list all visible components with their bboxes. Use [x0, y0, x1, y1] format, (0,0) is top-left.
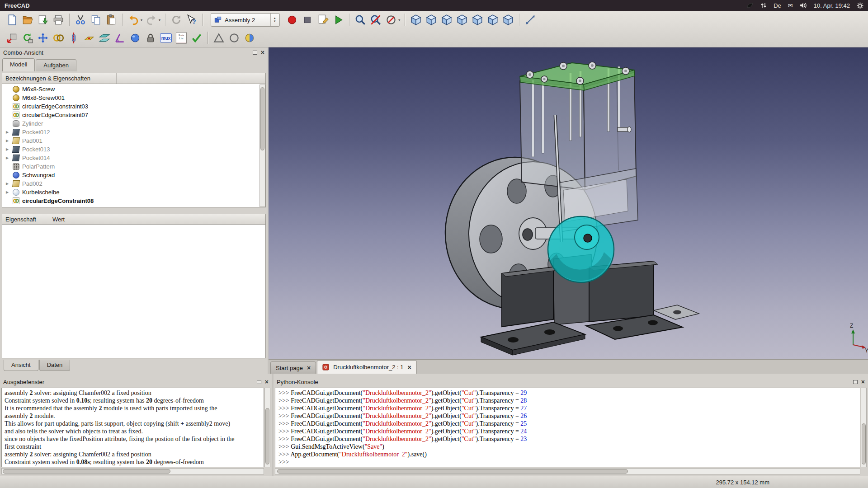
- move-part-button[interactable]: [35, 30, 51, 46]
- close-tab-icon[interactable]: ×: [307, 364, 311, 371]
- animate-assembly-button[interactable]: [242, 30, 257, 46]
- python-console-content[interactable]: >>> FreeCADGui.getDocument("Druckluftkol…: [275, 388, 860, 467]
- output-horizontal-scrollbar[interactable]: [1, 468, 264, 474]
- whats-this-button[interactable]: ?: [184, 12, 199, 28]
- mux-assembly-button[interactable]: mux: [158, 30, 174, 46]
- tree-item[interactable]: Zylinder: [2, 119, 265, 128]
- view-rear-button[interactable]: [470, 12, 485, 28]
- view-bottom-button[interactable]: [485, 12, 500, 28]
- tab-ansicht[interactable]: Ansicht: [4, 360, 38, 371]
- print-button[interactable]: [51, 12, 66, 28]
- measure-distance-button[interactable]: [523, 12, 538, 28]
- plane-constraint-button[interactable]: [81, 30, 97, 46]
- view-top-button[interactable]: [439, 12, 454, 28]
- update-parts-button[interactable]: [20, 30, 35, 46]
- close-tab-icon[interactable]: ×: [408, 364, 411, 371]
- tray-indicator-icon[interactable]: [746, 2, 754, 9]
- tree-item[interactable]: ▶Kurbelscheibe: [2, 188, 265, 197]
- undo-dropdown-caret[interactable]: ▼: [139, 19, 144, 22]
- view-left-button[interactable]: [500, 12, 516, 28]
- clock[interactable]: 10. Apr. 19:42: [814, 2, 850, 9]
- tree-item[interactable]: circularEdgeConstraint07: [2, 111, 265, 119]
- save-document-button[interactable]: [35, 12, 51, 28]
- expand-arrow-icon[interactable]: ▶: [6, 182, 13, 186]
- lock-constraint-button[interactable]: [143, 30, 158, 46]
- new-document-button[interactable]: [5, 12, 20, 28]
- expand-arrow-icon[interactable]: ▶: [6, 190, 13, 194]
- scrollbar-thumb[interactable]: [3, 469, 170, 474]
- tree-item[interactable]: PolarPattern: [2, 162, 265, 171]
- tree-item[interactable]: ▶Pad001: [2, 136, 265, 145]
- expand-arrow-icon[interactable]: ▶: [6, 130, 13, 134]
- fit-selection-button[interactable]: [368, 12, 383, 28]
- tree-item[interactable]: ▶Pocket012: [2, 128, 265, 136]
- view-right-button[interactable]: [454, 12, 470, 28]
- scrollbar-thumb[interactable]: [260, 87, 264, 150]
- tree-scrollbar[interactable]: [259, 84, 265, 207]
- macro-play-button[interactable]: [330, 12, 346, 28]
- circular-edge-constraint-button[interactable]: [51, 30, 66, 46]
- 3d-scene[interactable]: Z Y: [269, 47, 868, 359]
- draw-style-dropdown-caret[interactable]: ▼: [397, 19, 401, 22]
- expand-arrow-icon[interactable]: ▶: [6, 147, 13, 151]
- close-panel-button[interactable]: ×: [265, 380, 269, 385]
- scrollbar-thumb[interactable]: [277, 469, 628, 474]
- float-panel-button[interactable]: [253, 51, 257, 55]
- expand-arrow-icon[interactable]: ▶: [6, 139, 13, 143]
- view-front-button[interactable]: [424, 12, 439, 28]
- messages-indicator-icon[interactable]: ✉: [788, 2, 793, 9]
- refresh-button[interactable]: [169, 12, 184, 28]
- workbench-selector[interactable]: Assembly 2 ▲ ▼: [211, 13, 280, 27]
- macro-record-button[interactable]: [284, 12, 300, 28]
- session-gear-icon[interactable]: [857, 2, 863, 9]
- redo-button[interactable]: [144, 12, 159, 28]
- console-vertical-scrollbar[interactable]: [861, 388, 867, 467]
- macro-edit-button[interactable]: [315, 12, 330, 28]
- paste-button[interactable]: [104, 12, 119, 28]
- draw-style-button[interactable]: [383, 12, 399, 28]
- tab-daten[interactable]: Daten: [39, 360, 71, 371]
- angle-constraint-button[interactable]: [112, 30, 127, 46]
- scrollbar-thumb[interactable]: [862, 423, 866, 464]
- model-crank-disc[interactable]: [548, 216, 614, 282]
- property-editor[interactable]: [2, 225, 266, 358]
- tab-aufgaben[interactable]: Aufgaben: [36, 59, 76, 71]
- tab-document[interactable]: Druckluftkolbenmotor_2 : 1 ×: [317, 360, 417, 374]
- volume-indicator-icon[interactable]: [800, 2, 807, 9]
- output-window-content[interactable]: assembly 2 solver: assigning Chamfer002 …: [1, 388, 264, 467]
- tree-header-label[interactable]: Bezeichnungen & Eigenschaften: [2, 73, 117, 84]
- property-column-name[interactable]: Eigenschaft: [2, 214, 49, 224]
- keyboard-layout-indicator[interactable]: De: [774, 2, 781, 9]
- workbench-spinner[interactable]: ▲ ▼: [270, 14, 278, 26]
- undo-button[interactable]: [126, 12, 141, 28]
- tab-modell[interactable]: Modell: [2, 58, 35, 71]
- tree-item[interactable]: ▶Pocket014: [2, 154, 265, 162]
- fit-all-button[interactable]: [353, 12, 368, 28]
- tree-item[interactable]: circularEdgeConstraint08: [2, 197, 265, 205]
- console-horizontal-scrollbar[interactable]: [275, 468, 860, 474]
- axial-constraint-button[interactable]: [66, 30, 81, 46]
- cut-button[interactable]: [73, 12, 88, 28]
- spherical-constraint-button[interactable]: [127, 30, 143, 46]
- open-document-button[interactable]: [20, 12, 35, 28]
- planes-parallel-constraint-button[interactable]: [97, 30, 112, 46]
- dof-triangle-button[interactable]: [211, 30, 226, 46]
- tree-item[interactable]: M6x8-Screw: [2, 85, 265, 94]
- network-indicator-icon[interactable]: [760, 2, 767, 9]
- parts-list-button[interactable]: Parts List: [174, 30, 189, 46]
- float-panel-button[interactable]: [257, 380, 261, 384]
- scrollbar-thumb[interactable]: [265, 408, 269, 465]
- tree-item[interactable]: circularEdgeConstraint03: [2, 102, 265, 111]
- output-vertical-scrollbar[interactable]: [264, 388, 270, 467]
- tree-item[interactable]: M6x8-Screw001: [2, 94, 265, 102]
- expand-arrow-icon[interactable]: ▶: [6, 156, 13, 160]
- copy-button[interactable]: [88, 12, 104, 28]
- tab-start-page[interactable]: Start page ×: [270, 361, 316, 374]
- close-panel-button[interactable]: ×: [861, 380, 865, 385]
- tree-item[interactable]: ▶Pad002: [2, 179, 265, 188]
- dof-circle-button[interactable]: [226, 30, 242, 46]
- view-isometric-button[interactable]: [408, 12, 424, 28]
- close-panel-button[interactable]: ×: [261, 50, 264, 55]
- tree-item[interactable]: Schwungrad: [2, 171, 265, 179]
- float-panel-button[interactable]: [853, 380, 858, 384]
